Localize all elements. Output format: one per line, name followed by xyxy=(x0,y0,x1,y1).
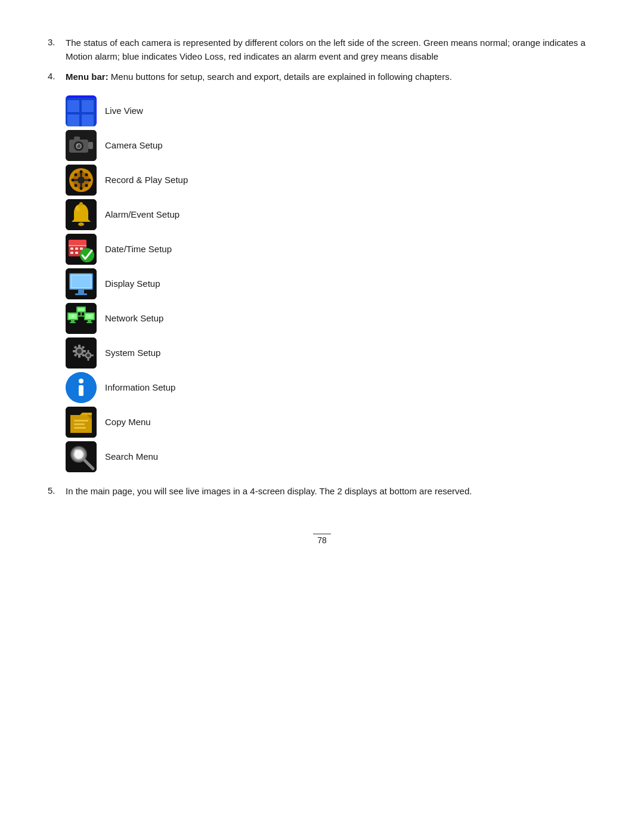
camera-setup-label: Camera Setup xyxy=(105,140,163,150)
svg-point-68 xyxy=(77,349,82,354)
system-setup-label: System Setup xyxy=(105,348,160,358)
datetime-setup-label: Date/Time Setup xyxy=(105,244,172,254)
svg-rect-80 xyxy=(88,358,89,361)
svg-point-33 xyxy=(79,202,83,206)
menu-item-datetime-setup: Date/Time Setup xyxy=(66,234,596,265)
svg-point-27 xyxy=(75,173,78,176)
svg-rect-48 xyxy=(78,290,84,293)
copy-menu-icon xyxy=(66,407,97,438)
svg-rect-1 xyxy=(67,100,79,112)
svg-rect-81 xyxy=(83,354,85,356)
information-setup-icon xyxy=(66,372,97,403)
search-menu-label: Search Menu xyxy=(105,451,158,462)
list-item-5: 5. In the main page, you will see live i… xyxy=(48,484,596,498)
network-setup-label: Network Setup xyxy=(105,313,163,323)
information-setup-label: Information Setup xyxy=(105,382,175,392)
page-footer: 78 xyxy=(48,534,596,545)
camera-setup-icon xyxy=(66,130,97,161)
svg-point-84 xyxy=(79,379,83,383)
menu-item-live-view: Live View xyxy=(66,95,596,126)
copy-menu-label: Copy Menu xyxy=(105,417,151,427)
menu-item-alarm-event-setup: Alarm/Event Setup xyxy=(66,199,596,230)
display-setup-icon xyxy=(66,268,97,299)
svg-rect-37 xyxy=(69,240,86,246)
svg-point-18 xyxy=(78,176,85,184)
svg-point-29 xyxy=(85,173,88,176)
record-play-setup-label: Record & Play Setup xyxy=(105,175,188,185)
svg-rect-62 xyxy=(78,308,85,311)
svg-point-78 xyxy=(86,354,90,357)
alarm-event-setup-label: Alarm/Event Setup xyxy=(105,209,179,219)
svg-rect-40 xyxy=(75,247,78,250)
menu-item-display-setup: Display Setup xyxy=(66,268,596,299)
svg-point-24 xyxy=(80,187,83,190)
page-content: 3. The status of each camera is represen… xyxy=(48,36,596,545)
svg-point-26 xyxy=(88,178,91,181)
list-item-4: 4. Menu bar: Menu buttons for setup, sea… xyxy=(48,70,596,83)
svg-rect-55 xyxy=(70,322,76,323)
svg-point-65 xyxy=(88,315,91,317)
svg-rect-70 xyxy=(78,355,80,358)
menu-item-record-play-setup: Record & Play Setup xyxy=(66,165,596,196)
network-setup-icon xyxy=(66,303,97,334)
svg-point-28 xyxy=(85,184,88,187)
svg-rect-85 xyxy=(79,385,83,396)
svg-point-64 xyxy=(72,315,74,317)
menu-items-list: Live View xyxy=(66,95,596,472)
svg-rect-13 xyxy=(88,142,93,149)
list-item-5-container: 5. In the main page, you will see live i… xyxy=(48,484,596,498)
svg-rect-82 xyxy=(91,354,94,356)
list-text-4: Menu bar: Menu buttons for setup, search… xyxy=(66,70,596,83)
list-text-3: The status of each camera is represented… xyxy=(66,36,596,64)
svg-rect-58 xyxy=(88,320,91,322)
footer-line xyxy=(313,534,331,534)
svg-rect-54 xyxy=(71,320,75,322)
svg-rect-42 xyxy=(70,252,73,254)
display-setup-label: Display Setup xyxy=(105,278,160,289)
list-number-3: 3. xyxy=(48,36,66,64)
svg-point-23 xyxy=(80,170,83,173)
system-setup-icon xyxy=(66,337,97,368)
svg-rect-12 xyxy=(74,137,80,140)
live-view-label: Live View xyxy=(105,106,143,116)
page-number: 78 xyxy=(317,535,327,545)
svg-rect-50 xyxy=(72,275,91,287)
svg-point-32 xyxy=(78,222,84,226)
menu-item-information-setup: Information Setup xyxy=(66,372,596,403)
datetime-setup-icon xyxy=(66,234,97,265)
menu-item-network-setup: Network Setup xyxy=(66,303,596,334)
svg-point-30 xyxy=(75,184,78,187)
svg-point-25 xyxy=(72,178,75,181)
svg-rect-90 xyxy=(74,427,86,429)
svg-rect-41 xyxy=(80,247,83,250)
list-number-5: 5. xyxy=(48,484,66,498)
svg-rect-69 xyxy=(78,345,80,348)
search-menu-icon xyxy=(66,441,97,472)
svg-rect-88 xyxy=(74,420,88,422)
svg-rect-72 xyxy=(83,350,86,352)
list-number-4: 4. xyxy=(48,70,66,83)
svg-rect-2 xyxy=(82,100,94,112)
menu-item-copy-menu: Copy Menu xyxy=(66,407,596,438)
svg-rect-4 xyxy=(82,114,94,126)
svg-rect-39 xyxy=(70,247,73,250)
svg-rect-71 xyxy=(73,350,76,352)
record-play-setup-icon xyxy=(66,165,97,196)
main-list: 3. The status of each camera is represen… xyxy=(48,36,596,83)
menu-item-search-menu: Search Menu xyxy=(66,441,596,472)
menu-bar-bold: Menu bar: xyxy=(66,72,109,82)
svg-rect-43 xyxy=(75,252,78,254)
alarm-event-setup-icon xyxy=(66,199,97,230)
menu-item-system-setup: System Setup xyxy=(66,337,596,368)
svg-rect-59 xyxy=(86,322,92,323)
svg-rect-49 xyxy=(75,293,87,295)
svg-point-14 xyxy=(77,144,79,145)
list-item-3: 3. The status of each camera is represen… xyxy=(48,36,596,64)
svg-rect-89 xyxy=(74,423,85,425)
live-view-icon xyxy=(66,95,97,126)
svg-rect-3 xyxy=(67,114,79,126)
svg-rect-79 xyxy=(88,350,89,352)
list-text-5: In the main page, you will see live imag… xyxy=(66,484,596,498)
menu-item-camera-setup: Camera Setup xyxy=(66,130,596,161)
